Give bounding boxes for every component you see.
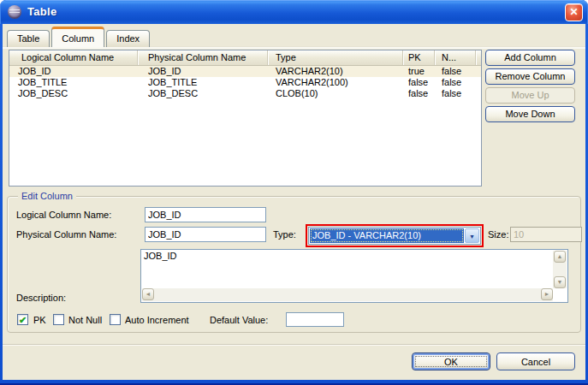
auto-increment-checkbox-label: Auto Increment [125,315,189,325]
size-label: Size: [488,229,508,240]
table-row[interactable]: JOB_ID JOB_ID VARCHAR2(10) true false [9,66,481,77]
horizontal-scrollbar[interactable]: ◄ ► [142,288,553,301]
cell-type: VARCHAR2(10) [268,66,403,77]
cell-logical: JOB_DESC [9,88,138,99]
cell-pk: true [403,66,435,77]
cell-not-null: false [435,88,476,99]
cell-physical: JOB_DESC [138,88,268,99]
vertical-scrollbar[interactable]: ▲ ▼ [553,251,567,288]
columns-grid: Logical Column Name Physical Column Name… [9,50,482,187]
physical-column-name-label: Physical Column Name: [16,229,116,240]
logical-column-name-label: Logical Column Name: [16,210,111,220]
chevron-down-icon[interactable]: ▼ [465,228,479,243]
table-row[interactable]: JOB_TITLE JOB_TITLE VARCHAR2(100) false … [9,77,481,88]
title-bar[interactable]: Table ✕ [0,0,588,24]
size-input[interactable] [510,227,582,242]
header-not-null[interactable]: N... [435,50,476,65]
table-dialog-window: Table ✕ Table Column Index Logical Colum… [0,0,588,385]
cancel-button[interactable]: Cancel [496,352,575,370]
check-icon: ✔ [19,315,27,325]
cell-type: VARCHAR2(100) [268,77,403,88]
edit-column-group-title: Edit Column [18,191,76,201]
not-null-checkbox[interactable]: ✔ [53,314,64,325]
cell-logical: JOB_ID [9,66,138,77]
physical-column-name-input[interactable] [145,227,266,242]
columns-grid-header: Logical Column Name Physical Column Name… [9,50,481,66]
cell-pk: false [403,77,435,88]
description-textarea[interactable]: JOB_ID ▲ ▼ ◄ ► [140,249,568,303]
cell-not-null: false [435,77,476,88]
header-physical-column-name[interactable]: Physical Column Name [138,50,268,65]
close-icon[interactable]: ✕ [565,3,583,21]
app-sphere-icon [8,5,21,19]
dialog-client-area: Table Column Index Logical Column Name P… [3,24,585,380]
cell-physical: JOB_TITLE [138,77,268,88]
default-value-label: Default Value: [210,315,268,325]
default-value-input[interactable] [286,312,344,327]
scroll-down-icon[interactable]: ▼ [554,276,566,288]
tab-strip: Table Column Index [7,27,151,47]
table-row[interactable]: JOB_DESC JOB_DESC CLOB(10) false false [9,88,481,99]
cell-type: CLOB(10) [268,88,403,99]
side-button-column: Add Column Remove Column Move Up Move Do… [485,50,575,125]
cell-pk: false [403,88,435,99]
description-text: JOB_ID [144,251,177,261]
edit-column-group: Edit Column Logical Column Name: Physica… [7,196,581,333]
header-pk[interactable]: PK [403,50,435,65]
cell-not-null: false [435,66,476,77]
description-label: Description: [16,293,66,303]
header-type[interactable]: Type [268,50,403,65]
scroll-left-icon[interactable]: ◄ [142,288,154,300]
ok-button[interactable]: OK [412,352,490,370]
pk-checkbox[interactable]: ✔ [17,314,28,325]
move-up-button[interactable]: Move Up [485,87,575,104]
type-selected-value: JOB_ID - VARCHAR2(10) [310,228,464,243]
type-combobox[interactable]: JOB_ID - VARCHAR2(10) ▼ [308,227,481,245]
auto-increment-checkbox[interactable]: ✔ [110,314,121,325]
not-null-checkbox-label: Not Null [68,315,102,325]
scroll-up-icon[interactable]: ▲ [554,251,566,263]
scroll-right-icon[interactable]: ► [541,288,553,300]
tab-column[interactable]: Column [51,27,104,47]
footer-separator [3,344,585,346]
add-column-button[interactable]: Add Column [485,50,575,66]
header-logical-column-name[interactable]: Logical Column Name [9,50,138,65]
tab-table[interactable]: Table [7,30,50,47]
header-filler [476,50,481,65]
move-down-button[interactable]: Move Down [485,106,575,122]
type-label: Type: [273,229,296,240]
pk-checkbox-label: PK [33,315,46,325]
logical-column-name-input[interactable] [145,207,266,222]
cell-logical: JOB_TITLE [9,77,138,88]
tab-index[interactable]: Index [106,30,150,47]
window-title: Table [27,5,57,18]
remove-column-button[interactable]: Remove Column [485,68,575,85]
cell-physical: JOB_ID [138,66,268,77]
